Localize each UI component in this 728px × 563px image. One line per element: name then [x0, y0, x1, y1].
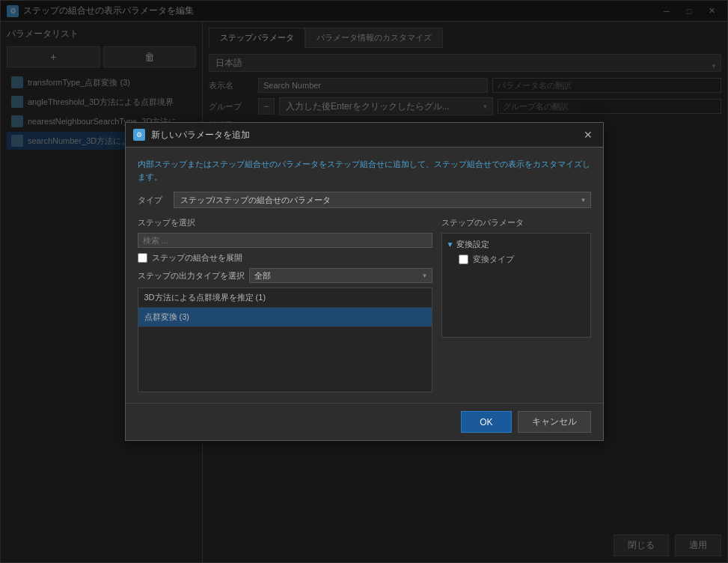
modal-title: 新しいパラメータを追加: [151, 129, 581, 141]
expand-checkbox-label: ステップの組合せを展開: [152, 252, 242, 264]
output-type-row: ステップの出力タイプを選択 全部: [138, 268, 432, 283]
step-list-item[interactable]: 点群変換 (3): [138, 308, 432, 327]
modal-body: 内部ステップまたはステップ組合せのパラメータをステップ組合せに追加して、ステップ…: [126, 147, 603, 403]
param-tree-header: ▼ 変換設定: [445, 237, 587, 252]
param-child-label: 変換タイプ: [473, 254, 514, 265]
param-checkbox[interactable]: [459, 255, 468, 264]
output-type-select[interactable]: 全部: [249, 268, 432, 283]
modal-close-button[interactable]: ✕: [581, 127, 596, 142]
step-search-input[interactable]: [138, 233, 432, 248]
type-label: タイプ: [138, 195, 168, 206]
expand-checkbox[interactable]: [138, 253, 147, 263]
step-select-header: ステップを選択: [138, 217, 432, 228]
step-params-col: ステップのパラメータ ▼ 変換設定 変換タイプ: [441, 217, 591, 392]
modal-ok-button[interactable]: OK: [461, 411, 511, 433]
output-type-label: ステップの出力タイプを選択: [138, 270, 245, 282]
tree-arrow-icon: ▼: [447, 240, 454, 249]
param-tree-children: 変換タイプ: [457, 252, 587, 267]
step-list-item[interactable]: 3D方法による点群境界を推定 (1): [138, 288, 432, 308]
modal-two-columns: ステップを選択 ステップの組合せを展開 ステップの出力タイプを選択 全部: [138, 217, 591, 392]
modal-title-bar: ⚙ 新しいパラメータを追加 ✕: [126, 123, 603, 147]
modal-cancel-button[interactable]: キャンセル: [518, 411, 591, 433]
step-params-header: ステップのパラメータ: [441, 217, 591, 228]
step-select-col: ステップを選択 ステップの組合せを展開 ステップの出力タイプを選択 全部: [138, 217, 432, 392]
param-tree-label: 変換設定: [456, 239, 489, 250]
type-select-wrapper: ステップ/ステップの組合せのパラメータ: [174, 192, 591, 208]
param-tree: ▼ 変換設定 変換タイプ: [441, 233, 591, 338]
param-tree-child-row: 変換タイプ: [457, 252, 587, 267]
output-type-select-wrapper: 全部: [249, 268, 432, 283]
modal-footer: OK キャンセル: [126, 403, 603, 440]
modal-overlay: ⚙ 新しいパラメータを追加 ✕ 内部ステップまたはステップ組合せのパラメータをス…: [0, 0, 728, 563]
modal-dialog: ⚙ 新しいパラメータを追加 ✕ 内部ステップまたはステップ組合せのパラメータをス…: [125, 122, 604, 441]
modal-app-icon: ⚙: [133, 129, 145, 141]
type-select[interactable]: ステップ/ステップの組合せのパラメータ: [174, 192, 591, 208]
modal-info-text: 内部ステップまたはステップ組合せのパラメータをステップ組合せに追加して、ステップ…: [138, 158, 591, 183]
modal-type-row: タイプ ステップ/ステップの組合せのパラメータ: [138, 192, 591, 208]
step-list: 3D方法による点群境界を推定 (1) 点群変換 (3): [138, 287, 432, 392]
expand-checkbox-row: ステップの組合せを展開: [138, 252, 432, 264]
